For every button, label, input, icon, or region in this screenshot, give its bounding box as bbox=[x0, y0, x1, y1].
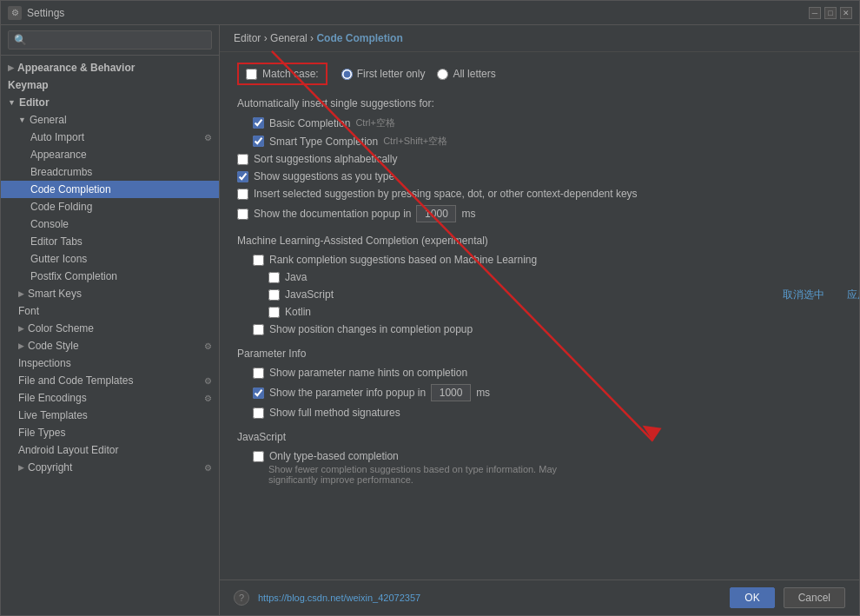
show-position-checkbox[interactable] bbox=[253, 324, 264, 335]
sidebar-item-live-templates[interactable]: Live Templates bbox=[1, 407, 219, 424]
gear-icon: ⚙ bbox=[204, 341, 212, 351]
sidebar-item-editor[interactable]: ▼ Editor bbox=[1, 94, 219, 111]
cancel-selected-action[interactable]: 取消选中 bbox=[783, 288, 824, 302]
sidebar-item-editor-tabs[interactable]: Editor Tabs bbox=[1, 233, 219, 250]
javascript-ml-checkbox[interactable] bbox=[268, 289, 280, 301]
smart-completion-shortcut: Ctrl+Shift+空格 bbox=[383, 135, 447, 148]
expand-arrow: ▶ bbox=[18, 341, 24, 350]
match-case-checkbox[interactable] bbox=[246, 69, 257, 80]
sidebar-item-copyright[interactable]: ▶ Copyright ⚙ bbox=[1, 459, 219, 476]
sidebar-item-breadcrumbs[interactable]: Breadcrumbs bbox=[1, 163, 219, 181]
sidebar-item-label: Keymap bbox=[8, 79, 49, 91]
sidebar-item-label: Code Completion bbox=[30, 183, 111, 195]
sidebar-item-gutter-icons[interactable]: Gutter Icons bbox=[1, 250, 219, 268]
sidebar-item-appearance-behavior[interactable]: ▶ Appearance & Behavior bbox=[1, 59, 219, 76]
show-suggestions-checkbox[interactable] bbox=[237, 171, 248, 182]
java-checkbox[interactable] bbox=[268, 272, 280, 283]
first-letter-radio[interactable] bbox=[341, 69, 353, 80]
breadcrumb: Editor › General › Code Completion bbox=[220, 25, 859, 52]
sidebar-item-file-code-templates[interactable]: File and Code Templates ⚙ bbox=[1, 372, 219, 389]
javascript-ml-row: JavaScript 取消选中 应用 OK bbox=[237, 288, 842, 301]
show-suggestions-row: Show suggestions as you type bbox=[237, 170, 842, 182]
gear-icon: ⚙ bbox=[204, 133, 212, 142]
show-doc-popup-row: Show the documentation popup in ms bbox=[237, 205, 842, 222]
javascript-section-title: JavaScript bbox=[237, 431, 842, 443]
sidebar-item-label: File Encodings bbox=[18, 392, 87, 404]
sidebar-item-label: Color Scheme bbox=[28, 322, 94, 334]
sidebar-item-label: General bbox=[30, 114, 67, 126]
sidebar-item-inspections[interactable]: Inspections bbox=[1, 354, 219, 372]
sidebar-item-file-types[interactable]: File Types bbox=[1, 424, 219, 441]
ml-section-title: Machine Learning-Assisted Completion (ex… bbox=[237, 235, 842, 247]
sidebar-item-color-scheme[interactable]: ▶ Color Scheme bbox=[1, 320, 219, 337]
sidebar-item-label: Editor bbox=[19, 96, 50, 109]
help-button[interactable]: ? bbox=[234, 590, 249, 606]
search-input[interactable] bbox=[8, 30, 212, 50]
case-radio-group: First letter only All letters bbox=[341, 68, 496, 80]
sidebar-item-code-completion[interactable]: Code Completion bbox=[1, 181, 219, 198]
insert-selected-checkbox[interactable] bbox=[237, 189, 248, 200]
expand-arrow: ▶ bbox=[18, 289, 24, 298]
show-full-signatures-checkbox[interactable] bbox=[253, 407, 264, 419]
kotlin-checkbox[interactable] bbox=[268, 307, 280, 318]
only-type-based-checkbox[interactable] bbox=[253, 451, 264, 462]
match-case-row: Match case: First letter only All letter… bbox=[237, 63, 842, 85]
gear-icon: ⚙ bbox=[204, 394, 212, 403]
sidebar-item-keymap[interactable]: Keymap bbox=[1, 76, 219, 94]
sidebar-item-code-style[interactable]: ▶ Code Style ⚙ bbox=[1, 337, 219, 354]
sort-alpha-checkbox[interactable] bbox=[237, 154, 248, 165]
expand-arrow: ▼ bbox=[8, 98, 16, 107]
doc-popup-ms-input[interactable] bbox=[416, 205, 456, 222]
sidebar-item-label: Console bbox=[30, 218, 69, 230]
all-letters-radio-label[interactable]: All letters bbox=[437, 68, 495, 80]
sidebar-item-font[interactable]: Font bbox=[1, 302, 219, 320]
main-content: ▶ Appearance & Behavior Keymap ▼ Editor … bbox=[1, 25, 859, 615]
smart-completion-label: Smart Type Completion bbox=[269, 136, 378, 148]
all-letters-radio[interactable] bbox=[437, 69, 448, 80]
gear-icon: ⚙ bbox=[204, 463, 212, 473]
breadcrumb-editor: Editor bbox=[234, 32, 261, 44]
only-type-based-label: Only type-based completion bbox=[269, 450, 399, 462]
sidebar-item-label: Android Layout Editor bbox=[18, 444, 118, 456]
rank-ml-checkbox[interactable] bbox=[253, 255, 264, 266]
breadcrumb-active: Code Completion bbox=[316, 32, 402, 44]
sidebar-item-android-layout-editor[interactable]: Android Layout Editor bbox=[1, 441, 219, 459]
show-param-popup-checkbox[interactable] bbox=[253, 387, 264, 399]
cancel-button[interactable]: Cancel bbox=[784, 587, 845, 608]
sidebar-item-label: Smart Keys bbox=[28, 288, 82, 300]
sidebar-item-smart-keys[interactable]: ▶ Smart Keys bbox=[1, 285, 219, 302]
sidebar-item-postfix-completion[interactable]: Postfix Completion bbox=[1, 268, 219, 285]
param-popup-unit: ms bbox=[476, 387, 490, 399]
smart-completion-checkbox[interactable] bbox=[253, 136, 264, 147]
maximize-button[interactable]: □ bbox=[824, 7, 837, 19]
sidebar: ▶ Appearance & Behavior Keymap ▼ Editor … bbox=[1, 25, 220, 615]
sidebar-item-console[interactable]: Console bbox=[1, 215, 219, 233]
url-link[interactable]: https://blog.csdn.net/weixin_42072357 bbox=[258, 593, 420, 603]
basic-completion-row: Basic Completion Ctrl+空格 bbox=[237, 116, 842, 129]
sidebar-item-auto-import[interactable]: Auto Import ⚙ bbox=[1, 129, 219, 146]
match-case-highlight-box: Match case: bbox=[237, 63, 327, 85]
window-controls: ─ □ ✕ bbox=[809, 7, 852, 19]
first-letter-radio-label[interactable]: First letter only bbox=[341, 68, 426, 80]
only-type-based-desc1: Show fewer completion suggestions based … bbox=[237, 464, 842, 474]
minimize-button[interactable]: ─ bbox=[809, 7, 821, 19]
footer: ? https://blog.csdn.net/weixin_42072357 … bbox=[220, 580, 859, 615]
sidebar-item-file-encodings[interactable]: File Encodings ⚙ bbox=[1, 389, 219, 407]
insert-selected-label: Insert selected suggestion by pressing s… bbox=[254, 188, 638, 200]
show-param-hints-checkbox[interactable] bbox=[253, 368, 264, 379]
basic-completion-checkbox[interactable] bbox=[253, 117, 264, 129]
sidebar-item-label: Live Templates bbox=[18, 409, 88, 421]
sidebar-item-code-folding[interactable]: Code Folding bbox=[1, 198, 219, 215]
show-doc-popup-checkbox[interactable] bbox=[237, 209, 248, 220]
sidebar-item-label: File Types bbox=[18, 427, 65, 439]
settings-tree: ▶ Appearance & Behavior Keymap ▼ Editor … bbox=[1, 56, 219, 615]
close-button[interactable]: ✕ bbox=[840, 7, 852, 19]
settings-window: ⚙ Settings ─ □ ✕ ▶ Appearance & Behavior… bbox=[0, 0, 860, 616]
ok-button[interactable]: OK bbox=[730, 587, 774, 608]
param-popup-ms-input[interactable] bbox=[431, 384, 471, 401]
sidebar-item-appearance[interactable]: Appearance bbox=[1, 146, 219, 163]
apply-action[interactable]: 应用 bbox=[847, 288, 859, 302]
expand-arrow: ▼ bbox=[18, 116, 26, 124]
javascript-ml-label: JavaScript bbox=[285, 288, 334, 301]
sidebar-item-general[interactable]: ▼ General bbox=[1, 111, 219, 129]
